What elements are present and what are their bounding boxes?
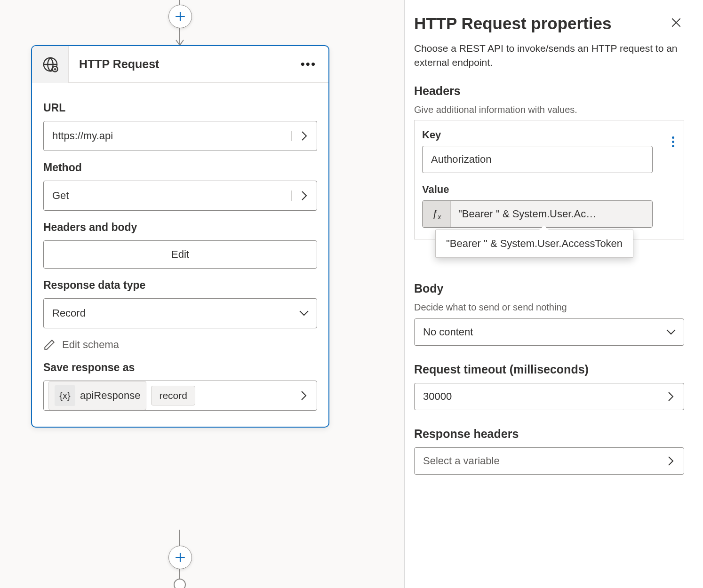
headers-section-sub: Give additional information with values. [414, 104, 684, 115]
chevron-right-icon[interactable] [658, 391, 684, 402]
flow-canvas: HTTP Request ••• URL https://my.api Meth… [0, 0, 405, 588]
url-input[interactable]: https://my.api [43, 121, 317, 151]
edit-schema-link[interactable]: Edit schema [43, 339, 317, 351]
header-value-input[interactable]: ƒx "Bearer " & System.User.Ac… [422, 200, 653, 228]
plus-icon [175, 11, 186, 22]
plus-icon [175, 552, 186, 563]
variable-icon: {x} [55, 385, 75, 406]
response-headers-placeholder: Select a variable [415, 455, 658, 467]
timeout-value: 30000 [415, 390, 658, 403]
variable-type-tag: record [151, 386, 195, 405]
chevron-right-icon[interactable] [291, 131, 317, 141]
card-header: HTTP Request ••• [32, 46, 328, 83]
fx-icon: ƒx [423, 201, 451, 227]
response-headers-select[interactable]: Select a variable [414, 447, 684, 475]
response-type-select[interactable]: Record [43, 298, 317, 328]
header-value-expr: "Bearer " & System.User.Ac… [451, 208, 652, 220]
response-type-label: Response data type [43, 279, 317, 292]
method-label: Method [43, 161, 317, 174]
edit-schema-label: Edit schema [62, 339, 119, 351]
pencil-icon [43, 339, 56, 351]
close-button[interactable] [668, 15, 684, 32]
header-key-label: Key [422, 129, 676, 141]
url-value: https://my.api [44, 130, 291, 142]
body-value: No content [415, 326, 658, 338]
body-section-sub: Decide what to send or send nothing [414, 302, 684, 313]
timeout-input[interactable]: 30000 [414, 383, 684, 410]
header-key-input[interactable]: Authorization [422, 146, 653, 173]
chevron-down-icon[interactable] [291, 310, 317, 317]
expression-tooltip: "Bearer " & System.User.AccessToken [435, 230, 633, 258]
header-value-label: Value [422, 183, 676, 196]
timeout-label: Request timeout (milliseconds) [414, 363, 684, 376]
headers-body-label: Headers and body [43, 221, 317, 234]
add-step-button-top[interactable] [168, 5, 192, 28]
chevron-down-icon[interactable] [658, 329, 684, 335]
method-value: Get [44, 190, 291, 202]
header-key-value: Authorization [431, 153, 491, 166]
save-response-input[interactable]: {x} apiResponse record [43, 381, 317, 411]
header-entry: Key Authorization Value ƒx "Bearer " & S… [414, 120, 684, 239]
http-icon [32, 46, 69, 83]
variable-chip: {x} apiResponse [48, 381, 146, 410]
card-title: HTTP Request [79, 57, 288, 71]
chevron-right-icon[interactable] [291, 191, 317, 201]
panel-title: HTTP Request properties [414, 14, 668, 33]
panel-description: Choose a REST API to invoke/sends an HTT… [414, 41, 684, 70]
end-node [174, 579, 186, 588]
response-headers-label: Response headers [414, 427, 684, 441]
close-icon [670, 16, 682, 29]
method-input[interactable]: Get [43, 181, 317, 211]
body-select[interactable]: No content [414, 318, 684, 346]
header-more-button[interactable] [670, 135, 676, 149]
edit-button-label: Edit [171, 248, 189, 261]
body-section-title: Body [414, 282, 684, 295]
properties-panel: HTTP Request properties Choose a REST AP… [405, 0, 703, 588]
card-more-button[interactable]: ••• [288, 57, 328, 72]
response-type-value: Record [44, 307, 291, 319]
chevron-right-icon[interactable] [291, 390, 317, 401]
variable-name: apiResponse [80, 389, 140, 402]
edit-headers-button[interactable]: Edit [43, 240, 317, 269]
add-step-button-bottom[interactable] [168, 546, 192, 569]
url-label: URL [43, 102, 317, 114]
http-request-card[interactable]: HTTP Request ••• URL https://my.api Meth… [31, 45, 329, 428]
chevron-right-icon[interactable] [658, 456, 684, 466]
save-response-label: Save response as [43, 361, 317, 374]
headers-section-title: Headers [414, 84, 684, 98]
tooltip-text: "Bearer " & System.User.AccessToken [446, 238, 623, 249]
